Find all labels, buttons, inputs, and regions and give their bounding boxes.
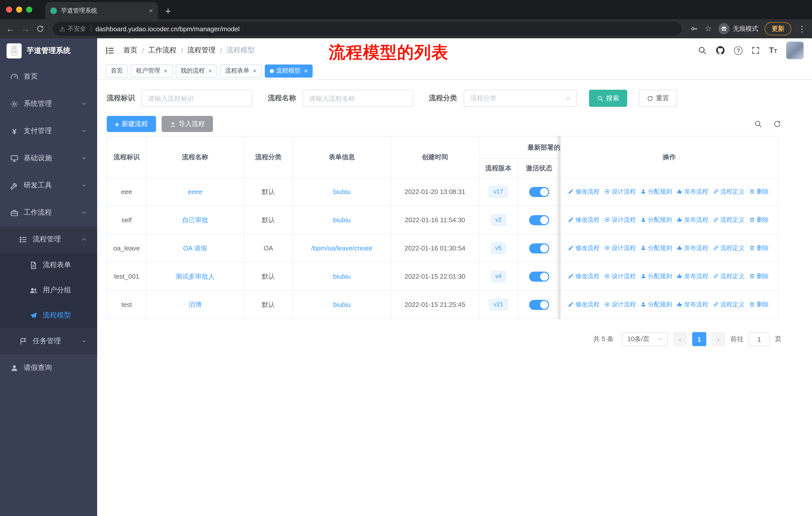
assign-rule-link[interactable]: 分配规则: [640, 244, 672, 252]
process-definition-link[interactable]: 流程定义: [713, 216, 745, 224]
delete-link[interactable]: 删除: [749, 216, 769, 224]
edit-process-link[interactable]: 修改流程: [568, 272, 600, 281]
process-name-link[interactable]: 滔博: [188, 301, 202, 308]
sidebar-item-workflow[interactable]: 工作流程: [0, 199, 97, 226]
form-info-link[interactable]: /bpm/oa/leave/create: [311, 244, 373, 252]
form-info-link[interactable]: biubiu: [333, 301, 350, 308]
breadcrumb-home[interactable]: 首页: [123, 46, 138, 55]
version-badge[interactable]: v21: [489, 299, 508, 310]
publish-process-link[interactable]: 发布流程: [676, 187, 708, 196]
breadcrumb-process-management[interactable]: 流程管理: [187, 46, 216, 55]
sidebar-item-task-management[interactable]: 任务管理: [0, 328, 97, 354]
assign-rule-link[interactable]: 分配规则: [640, 300, 672, 309]
process-name-link[interactable]: eeee: [188, 188, 202, 195]
bookmark-star-icon[interactable]: ☆: [704, 25, 712, 33]
forward-icon[interactable]: →: [21, 24, 30, 33]
tag-process-form[interactable]: 流程表单×: [220, 64, 262, 77]
browser-menu-icon[interactable]: ⋮: [798, 24, 806, 33]
version-badge[interactable]: v5: [491, 242, 506, 254]
new-tab-button[interactable]: +: [165, 6, 171, 16]
edit-process-link[interactable]: 修改流程: [568, 216, 600, 224]
browser-tab[interactable]: 芋道管理系统 ×: [45, 2, 158, 19]
security-warning[interactable]: ⚠不安全: [59, 24, 86, 33]
tag-my-process[interactable]: 我的流程×: [175, 64, 217, 77]
url-text[interactable]: dashboard.yudao.iocoder.cn/bpm/manager/m…: [95, 25, 239, 32]
tag-process-model[interactable]: 流程模型×: [265, 64, 313, 77]
user-avatar[interactable]: [786, 41, 804, 59]
delete-link[interactable]: 删除: [749, 187, 769, 196]
delete-link[interactable]: 删除: [749, 272, 769, 281]
app-logo-row[interactable]: 芋道管理系统: [0, 38, 97, 63]
back-icon[interactable]: ←: [6, 24, 14, 33]
design-process-link[interactable]: 设计流程: [604, 244, 636, 252]
search-button[interactable]: 搜索: [589, 90, 627, 107]
process-definition-link[interactable]: 流程定义: [713, 187, 745, 196]
sidebar-item-leave-query[interactable]: 请假查询: [0, 354, 97, 381]
assign-rule-link[interactable]: 分配规则: [640, 216, 672, 224]
delete-link[interactable]: 删除: [749, 244, 769, 252]
close-icon[interactable]: ×: [304, 67, 308, 74]
form-info-link[interactable]: biubiu: [333, 188, 350, 195]
breadcrumb-workflow[interactable]: 工作流程: [148, 46, 176, 55]
assign-rule-link[interactable]: 分配规则: [640, 187, 672, 196]
tag-tenant-management[interactable]: 租户管理×: [131, 64, 172, 77]
publish-process-link[interactable]: 发布流程: [676, 272, 708, 281]
publish-process-link[interactable]: 发布流程: [676, 216, 708, 224]
reset-button[interactable]: 重置: [639, 90, 677, 107]
address-bar[interactable]: ⚠不安全 dashboard.yudao.iocoder.cn/bpm/mana…: [53, 22, 682, 36]
process-id-input[interactable]: [141, 90, 252, 107]
maximize-window-button[interactable]: [26, 6, 32, 12]
edit-process-link[interactable]: 修改流程: [568, 244, 600, 252]
goto-page-input[interactable]: [749, 332, 770, 346]
close-icon[interactable]: ×: [208, 67, 212, 74]
form-info-link[interactable]: biubiu: [333, 216, 350, 224]
close-icon[interactable]: ×: [253, 67, 257, 74]
assign-rule-link[interactable]: 分配规则: [640, 272, 672, 281]
design-process-link[interactable]: 设计流程: [604, 187, 636, 196]
sidebar-collapse-icon[interactable]: [105, 46, 115, 55]
form-info-link[interactable]: biubiu: [333, 273, 350, 280]
page-size-select[interactable]: 10条/页: [622, 332, 668, 346]
active-toggle[interactable]: [529, 187, 549, 197]
font-size-icon[interactable]: TT: [769, 46, 777, 54]
publish-process-link[interactable]: 发布流程: [676, 244, 708, 252]
version-badge[interactable]: v17: [489, 186, 508, 197]
sidebar-item-system[interactable]: 系统管理: [0, 90, 97, 117]
process-definition-link[interactable]: 流程定义: [713, 244, 745, 252]
process-definition-link[interactable]: 流程定义: [713, 272, 745, 281]
edit-process-link[interactable]: 修改流程: [568, 187, 600, 196]
delete-link[interactable]: 删除: [749, 300, 769, 309]
process-name-input[interactable]: [302, 90, 413, 107]
refresh-table-icon[interactable]: [773, 120, 781, 128]
version-badge[interactable]: v4: [491, 271, 506, 282]
tab-close-icon[interactable]: ×: [149, 7, 153, 14]
close-window-button[interactable]: [6, 6, 12, 12]
sidebar-item-process-management[interactable]: 流程管理: [0, 226, 97, 252]
process-name-link[interactable]: OA 请假: [183, 244, 207, 252]
process-category-select[interactable]: 流程分类: [464, 90, 577, 107]
reload-icon[interactable]: [36, 25, 44, 33]
sidebar-item-process-form[interactable]: 流程表单: [0, 252, 97, 278]
minimize-window-button[interactable]: [16, 6, 22, 12]
close-icon[interactable]: ×: [164, 67, 167, 74]
publish-process-link[interactable]: 发布流程: [676, 300, 708, 309]
help-icon[interactable]: ?: [734, 46, 743, 55]
create-process-button[interactable]: + 新建流程: [107, 116, 156, 132]
sidebar-item-infrastructure[interactable]: 基础设施: [0, 145, 97, 172]
update-button[interactable]: 更新: [765, 22, 791, 35]
tag-home[interactable]: 首页: [106, 64, 128, 77]
page-number-current[interactable]: 1: [692, 332, 706, 346]
design-process-link[interactable]: 设计流程: [604, 272, 636, 281]
sidebar-item-payment[interactable]: ¥ 支付管理: [0, 117, 97, 145]
sidebar-item-user-group[interactable]: 用户分组: [0, 278, 97, 303]
search-icon[interactable]: [698, 46, 707, 55]
fullscreen-icon[interactable]: [751, 46, 760, 55]
key-icon[interactable]: [690, 25, 698, 33]
process-name-link[interactable]: 测试多审批人: [175, 272, 215, 280]
prev-page-button[interactable]: ‹: [673, 332, 687, 346]
active-toggle[interactable]: [529, 271, 549, 281]
sidebar-item-devtools[interactable]: 研发工具: [0, 172, 97, 199]
design-process-link[interactable]: 设计流程: [604, 216, 636, 224]
process-name-link[interactable]: 自己审批: [182, 216, 208, 223]
github-icon[interactable]: [716, 45, 726, 55]
